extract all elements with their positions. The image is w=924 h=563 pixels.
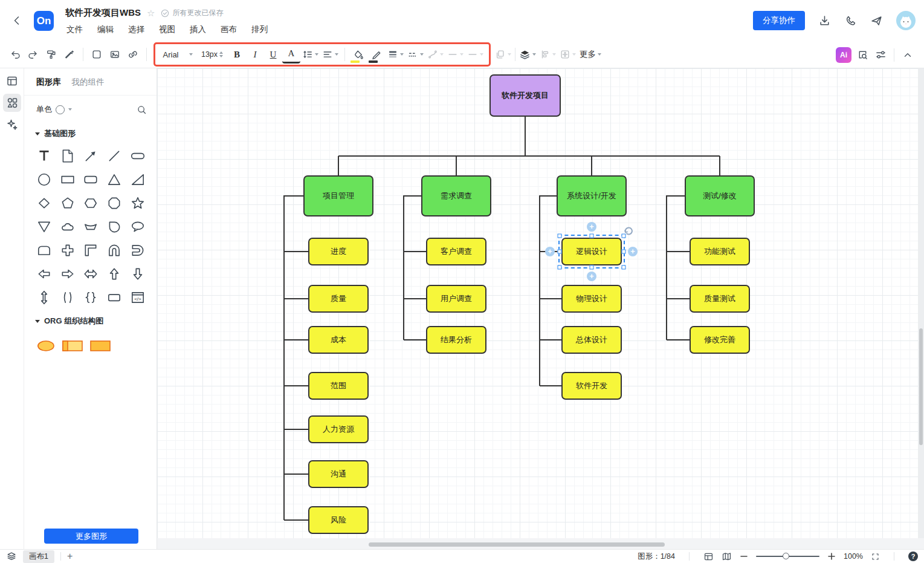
font-color-button[interactable]: A bbox=[282, 45, 300, 63]
node-leaf[interactable]: 质量测试 bbox=[690, 285, 750, 313]
download-icon[interactable] bbox=[818, 15, 831, 27]
node-leaf[interactable]: 软件开发 bbox=[561, 372, 622, 400]
canvas-tab[interactable]: 画布1 bbox=[23, 550, 54, 563]
position-size-button[interactable] bbox=[558, 45, 578, 63]
node-leaf[interactable]: 功能测试 bbox=[690, 238, 750, 265]
bold-button[interactable]: B bbox=[228, 45, 246, 63]
horizontal-scrollbar-thumb[interactable] bbox=[369, 542, 665, 547]
more-shapes-button[interactable]: 更多图形 bbox=[44, 529, 138, 544]
shape-pentagon[interactable] bbox=[56, 195, 80, 212]
layers-button[interactable] bbox=[517, 45, 538, 63]
shape-arrow-left-right[interactable] bbox=[79, 265, 103, 282]
line-weight-button[interactable] bbox=[386, 45, 405, 63]
connect-point-left[interactable]: + bbox=[545, 247, 555, 256]
collapse-toolbar-button[interactable] bbox=[899, 46, 917, 64]
redo-button[interactable] bbox=[24, 45, 42, 63]
node-leaf[interactable]: 成本 bbox=[308, 326, 369, 354]
line-style-button[interactable] bbox=[405, 45, 425, 63]
shape-arrow-left[interactable] bbox=[33, 265, 56, 282]
send-icon[interactable] bbox=[870, 15, 883, 27]
menu-select[interactable]: 选择 bbox=[128, 24, 144, 35]
zoom-in-button[interactable] bbox=[827, 552, 836, 561]
horizontal-scrollbar-track[interactable] bbox=[157, 538, 924, 549]
zoom-level[interactable]: 100% bbox=[844, 552, 863, 561]
arrow-start-button[interactable] bbox=[445, 45, 465, 63]
shape-org-rectangle-band[interactable] bbox=[62, 337, 85, 354]
node-leaf[interactable]: 物理设计 bbox=[561, 285, 622, 313]
resize-handle-s[interactable] bbox=[590, 265, 594, 270]
line-spacing-button[interactable] bbox=[300, 45, 320, 63]
resize-handle-n[interactable] bbox=[590, 234, 594, 238]
resize-handle-w[interactable] bbox=[558, 250, 562, 254]
shape-rounded-rectangle-wide[interactable] bbox=[103, 289, 126, 306]
shape-arrow-right[interactable] bbox=[56, 265, 80, 282]
app-logo[interactable]: On bbox=[34, 11, 54, 31]
shape-circle[interactable] bbox=[33, 171, 56, 188]
shape-arrow-up[interactable] bbox=[103, 265, 126, 282]
undo-button[interactable] bbox=[6, 45, 24, 63]
diagram-canvas[interactable]: 软件开发项目 项目管理 需求调查 系统设计/开发 测试/修改 进度 质量 成本 … bbox=[157, 68, 924, 538]
shape-inverted-triangle[interactable] bbox=[33, 218, 56, 235]
minimap-icon[interactable] bbox=[722, 552, 732, 562]
vertical-scrollbar-thumb[interactable] bbox=[919, 328, 923, 445]
shape-arrow[interactable] bbox=[79, 148, 103, 164]
settings-sliders-button[interactable] bbox=[871, 46, 890, 64]
shape-rounded-rectangle[interactable] bbox=[79, 171, 103, 188]
section-org-shapes[interactable]: ORG 组织结构图 bbox=[24, 308, 157, 330]
shape-hexagon[interactable] bbox=[79, 195, 103, 212]
shape-org-rectangle[interactable] bbox=[89, 337, 112, 354]
shape-org-ellipse[interactable] bbox=[36, 337, 57, 354]
menu-view[interactable]: 视图 bbox=[159, 24, 175, 35]
node-leaf[interactable]: 用户调查 bbox=[426, 285, 486, 313]
shape-arrow-up-down[interactable] bbox=[33, 289, 56, 306]
connector-type-button[interactable] bbox=[425, 45, 445, 63]
shape-arrow-down[interactable] bbox=[126, 265, 149, 282]
add-canvas-button[interactable]: + bbox=[67, 551, 73, 562]
shape-half-rounded-rectangle[interactable] bbox=[33, 242, 56, 259]
zoom-slider[interactable] bbox=[756, 556, 819, 557]
node-leaf[interactable]: 修改完善 bbox=[690, 326, 750, 354]
share-collaborate-button[interactable]: 分享协作 bbox=[753, 11, 805, 30]
zoom-out-button[interactable] bbox=[740, 552, 748, 561]
connect-point-right[interactable]: + bbox=[628, 247, 638, 256]
shape-corner-l[interactable] bbox=[79, 242, 103, 259]
arrow-end-button[interactable] bbox=[465, 45, 485, 63]
shape-triangle[interactable] bbox=[103, 171, 126, 188]
node-leaf[interactable]: 范围 bbox=[308, 372, 369, 400]
phone-icon[interactable] bbox=[844, 15, 857, 27]
find-replace-button[interactable] bbox=[853, 46, 871, 64]
rotate-handle-icon[interactable] bbox=[624, 226, 633, 235]
style-filter-swatch[interactable] bbox=[56, 105, 65, 114]
underline-button[interactable]: U bbox=[264, 45, 282, 63]
board-view-icon[interactable] bbox=[703, 552, 714, 562]
help-button[interactable]: ? bbox=[908, 552, 918, 561]
pages-stack-icon[interactable] bbox=[6, 551, 17, 562]
italic-button[interactable]: I bbox=[246, 45, 264, 63]
user-avatar[interactable] bbox=[896, 11, 916, 30]
tab-shape-library[interactable]: 图形库 bbox=[36, 77, 61, 88]
ai-assistant-button[interactable]: Ai bbox=[834, 46, 853, 64]
more-tools-button[interactable]: 更多 bbox=[578, 45, 603, 63]
fill-color-button[interactable] bbox=[349, 45, 367, 63]
shape-right-triangle[interactable] bbox=[126, 171, 149, 188]
node-branch-project-management[interactable]: 项目管理 bbox=[303, 175, 373, 216]
node-leaf[interactable]: 风险 bbox=[308, 506, 369, 534]
menu-file[interactable]: 文件 bbox=[66, 24, 83, 35]
node-leaf[interactable]: 进度 bbox=[308, 238, 369, 265]
shape-teardrop[interactable] bbox=[103, 218, 126, 235]
layout-panel-icon[interactable] bbox=[3, 72, 21, 90]
insert-link-button[interactable] bbox=[124, 45, 142, 63]
menu-insert[interactable]: 插入 bbox=[190, 24, 206, 35]
section-basic-shapes[interactable]: 基础图形 bbox=[24, 121, 157, 143]
shape-u-magnet[interactable] bbox=[103, 242, 126, 259]
menu-edit[interactable]: 编辑 bbox=[97, 24, 114, 35]
shape-line[interactable] bbox=[103, 148, 126, 164]
document-title[interactable]: 软件开发项目WBS bbox=[65, 7, 141, 19]
shape-cloud[interactable] bbox=[56, 218, 80, 235]
menu-canvas[interactable]: 画布 bbox=[221, 24, 237, 35]
zoom-slider-knob[interactable] bbox=[783, 553, 789, 559]
favorite-star-icon[interactable]: ☆ bbox=[147, 8, 155, 19]
shape-octagon[interactable] bbox=[103, 195, 126, 212]
shape-style-button[interactable] bbox=[88, 45, 106, 63]
node-leaf[interactable]: 人力资源 bbox=[308, 415, 369, 443]
